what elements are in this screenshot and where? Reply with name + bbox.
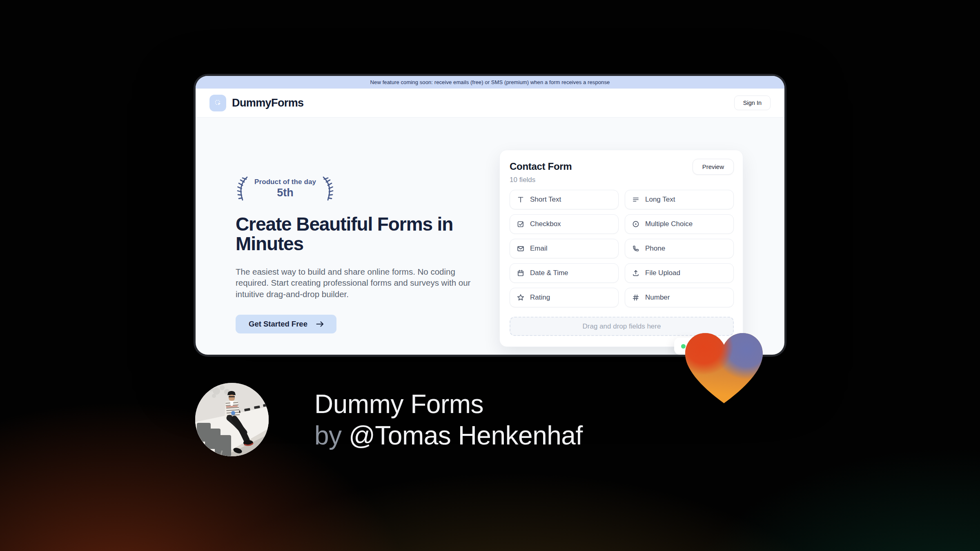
hash-icon [632, 293, 640, 302]
field-tile-long-text[interactable]: Long Text [625, 190, 734, 209]
field-label: File Upload [645, 269, 680, 277]
creator-avatar-photo [195, 383, 269, 456]
field-tile-multiple-choice[interactable]: Multiple Choice [625, 214, 734, 234]
preview-button[interactable]: Preview [693, 159, 734, 175]
author-handle: @Tomas Henkenhaf [349, 421, 583, 450]
award-label: Product of the day [254, 178, 316, 186]
field-type-grid: Short Text Long Text Checkbox [510, 190, 734, 307]
announcement-text: New feature coming soon: receive emails … [370, 79, 610, 85]
field-label: Number [645, 293, 670, 302]
star-icon [517, 293, 525, 302]
phone-icon [632, 244, 640, 253]
dashed-select-cursor-icon [214, 99, 222, 107]
brand-logo[interactable]: DummyForms [209, 95, 304, 111]
product-name-line: Dummy Forms [314, 389, 583, 420]
creator-avatar [195, 383, 269, 456]
field-label: Checkbox [530, 220, 561, 228]
field-label: Long Text [645, 196, 675, 204]
field-tile-email[interactable]: Email [510, 239, 619, 258]
field-tile-number[interactable]: Number [625, 288, 734, 307]
dropzone-text: Drag and drop fields here [583, 322, 661, 331]
field-count: 10 fields [510, 176, 733, 184]
cta-label: Get Started Free [249, 320, 307, 329]
field-label: Phone [645, 244, 665, 253]
field-tile-rating[interactable]: Rating [510, 288, 619, 307]
hero-description: The easiest way to build and share onlin… [236, 266, 472, 300]
author-line: by @Tomas Henkenhaf [314, 420, 583, 451]
product-of-the-day-badge: Product of the day 5th [236, 175, 335, 202]
sign-in-button[interactable]: Sign In [734, 96, 771, 110]
field-tile-short-text[interactable]: Short Text [510, 190, 619, 209]
product-name: Dummy Forms [314, 389, 483, 419]
green-status-dot [681, 344, 686, 349]
field-label: Email [530, 244, 548, 253]
calendar-icon [517, 269, 525, 277]
arrow-right-icon [316, 320, 324, 328]
logo-tile [209, 95, 226, 111]
hero-title: Create Beautiful Forms in Minutes [236, 214, 497, 254]
short-text-icon [517, 196, 525, 204]
field-tile-file-upload[interactable]: File Upload [625, 263, 734, 283]
brand-name: DummyForms [232, 97, 304, 109]
long-text-icon [632, 196, 640, 204]
field-label: Date & Time [530, 269, 568, 277]
drag-drop-zone[interactable]: Drag and drop fields here [510, 317, 734, 336]
upload-icon [632, 269, 640, 277]
field-label: Short Text [530, 196, 561, 204]
email-icon [517, 244, 525, 253]
attribution-text: Dummy Forms by @Tomas Henkenhaf [314, 389, 583, 452]
laurel-left-icon [236, 175, 250, 202]
field-tile-date-time[interactable]: Date & Time [510, 263, 619, 283]
checkbox-icon [517, 220, 525, 228]
byline-prefix: by [314, 421, 349, 450]
award-rank: 5th [254, 187, 316, 199]
field-tile-phone[interactable]: Phone [625, 239, 734, 258]
site-header: DummyForms Sign In [196, 89, 784, 118]
browser-window: New feature coming soon: receive emails … [196, 76, 784, 355]
laurel-right-icon [320, 175, 335, 202]
hero-section: Product of the day 5th Create Beautiful … [236, 175, 481, 333]
field-tile-checkbox[interactable]: Checkbox [510, 214, 619, 234]
award-text: Product of the day 5th [254, 178, 316, 199]
form-builder-card: Contact Form 10 fields Preview Short Tex… [499, 150, 743, 347]
announcement-banner: New feature coming soon: receive emails … [196, 76, 784, 89]
field-label: Rating [530, 293, 550, 302]
get-started-button[interactable]: Get Started Free [236, 315, 336, 333]
radio-icon [632, 220, 640, 228]
field-label: Multiple Choice [645, 220, 693, 228]
